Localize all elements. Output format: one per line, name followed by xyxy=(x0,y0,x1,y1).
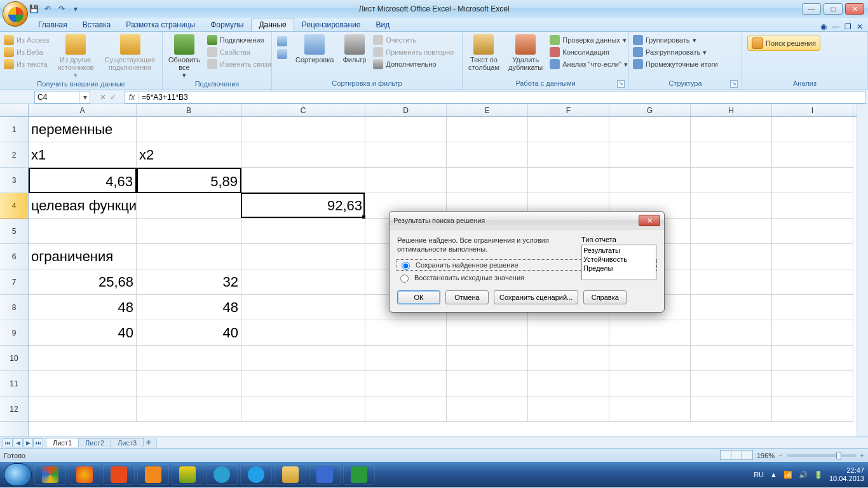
view-buttons[interactable] xyxy=(721,450,753,461)
column-header[interactable]: C xyxy=(241,104,365,116)
cell[interactable]: целевая функция xyxy=(29,193,137,219)
consolidate-button[interactable]: Консолидация xyxy=(548,46,629,58)
name-box[interactable]: C4 ▾ xyxy=(34,91,90,104)
cell[interactable] xyxy=(691,142,772,168)
properties-button[interactable]: Свойства xyxy=(206,46,273,58)
cell[interactable] xyxy=(241,117,365,142)
cell[interactable] xyxy=(609,142,691,168)
row-header[interactable]: 1 xyxy=(0,117,28,142)
from-web-button[interactable]: Из Веба xyxy=(3,46,50,58)
sheet-tab[interactable]: Лист3 xyxy=(111,438,144,447)
cell[interactable] xyxy=(137,396,241,422)
cell[interactable] xyxy=(29,396,137,422)
cell[interactable] xyxy=(691,346,772,371)
solver-button[interactable]: Поиск решения xyxy=(747,36,820,51)
cell[interactable] xyxy=(29,346,137,371)
cell[interactable] xyxy=(528,142,609,168)
from-other-sources-button[interactable]: Из других источников▾ xyxy=(53,33,98,80)
maximize-button[interactable]: □ xyxy=(824,3,843,15)
cell[interactable] xyxy=(447,396,528,422)
sheet-tab[interactable]: Лист1 xyxy=(46,438,79,447)
cell[interactable]: 48 xyxy=(29,295,137,320)
taskbar-mail[interactable] xyxy=(206,464,238,485)
tray-network-icon[interactable]: 📶 xyxy=(783,471,792,479)
from-access-button[interactable]: Из Access xyxy=(3,34,50,46)
cell[interactable] xyxy=(609,168,691,193)
save-icon[interactable]: 💾 xyxy=(28,3,39,15)
tray-volume-icon[interactable]: 🔊 xyxy=(799,471,808,479)
app-restore-icon[interactable]: ❐ xyxy=(844,22,851,31)
minimize-button[interactable]: — xyxy=(802,3,821,15)
filter-button[interactable]: Фильтр xyxy=(339,33,369,65)
cell[interactable] xyxy=(447,320,528,346)
row-header[interactable]: 8 xyxy=(0,295,28,320)
cell[interactable] xyxy=(772,168,853,193)
cell[interactable] xyxy=(241,396,365,422)
tray-battery-icon[interactable]: 🔋 xyxy=(814,471,823,479)
cell[interactable] xyxy=(447,117,528,142)
cell[interactable]: 32 xyxy=(137,269,241,295)
cell[interactable] xyxy=(447,371,528,396)
row-header[interactable]: 9 xyxy=(0,320,28,346)
row-header[interactable]: 2 xyxy=(0,142,28,168)
help-icon[interactable]: ◉ xyxy=(820,22,827,31)
cell[interactable] xyxy=(241,168,365,193)
ribbon-tab[interactable]: Формулы xyxy=(203,18,251,31)
tray-flag-icon[interactable]: ▲ xyxy=(770,471,777,478)
cell[interactable] xyxy=(241,269,365,295)
cell[interactable] xyxy=(241,371,365,396)
cell[interactable] xyxy=(365,168,447,193)
column-header[interactable]: E xyxy=(447,104,528,116)
cell[interactable] xyxy=(691,371,772,396)
taskbar-app[interactable] xyxy=(103,464,135,485)
cell[interactable] xyxy=(772,142,853,168)
cell[interactable]: 92,63 xyxy=(241,193,365,219)
reapply-filter-button[interactable]: Применить повторно xyxy=(372,46,455,58)
taskbar-word[interactable] xyxy=(309,464,341,485)
cell[interactable] xyxy=(528,320,609,346)
cell[interactable]: x1 xyxy=(29,142,137,168)
tray-lang[interactable]: RU xyxy=(754,471,764,478)
cell[interactable]: 48 xyxy=(137,295,241,320)
dialog-launcher-icon[interactable]: ↘ xyxy=(617,80,625,88)
cell[interactable] xyxy=(609,371,691,396)
report-option[interactable]: Пределы xyxy=(583,264,654,273)
undo-icon[interactable]: ↶ xyxy=(42,3,53,15)
ribbon-tab[interactable]: Разметка страницы xyxy=(118,18,203,31)
cell[interactable] xyxy=(691,219,772,244)
cell[interactable]: 5,89 xyxy=(137,168,241,193)
ribbon-tab[interactable]: Главная xyxy=(31,18,75,31)
column-header[interactable]: B xyxy=(137,104,241,116)
remove-duplicates-button[interactable]: Удалить дубликаты xyxy=(505,33,546,72)
cell[interactable] xyxy=(29,219,137,244)
sheet-nav-last-icon[interactable]: ⏭ xyxy=(33,438,43,447)
cell[interactable] xyxy=(691,193,772,219)
sheet-nav-next-icon[interactable]: ▶ xyxy=(23,438,33,447)
zoom-in-button[interactable]: + xyxy=(860,452,864,459)
cell[interactable] xyxy=(137,244,241,269)
ungroup-rows-button[interactable]: Разгруппировать ▾ xyxy=(632,46,719,58)
connections-button[interactable]: Подключения xyxy=(206,34,273,46)
cell[interactable] xyxy=(365,371,447,396)
text-to-columns-button[interactable]: Текст по столбцам xyxy=(465,33,503,72)
cell[interactable]: x2 xyxy=(137,142,241,168)
redo-icon[interactable]: ↷ xyxy=(56,3,67,15)
from-text-button[interactable]: Из текста xyxy=(3,58,50,70)
cell[interactable] xyxy=(772,320,853,346)
ok-button[interactable]: ОК xyxy=(397,290,440,304)
data-validation-button[interactable]: Проверка данных ▾ xyxy=(548,34,629,46)
cell[interactable] xyxy=(29,371,137,396)
cell[interactable] xyxy=(447,168,528,193)
cell[interactable] xyxy=(691,269,772,295)
zoom-slider[interactable] xyxy=(787,454,857,457)
clear-filter-button[interactable]: Очистить xyxy=(372,34,455,46)
taskbar-explorer[interactable] xyxy=(275,464,306,485)
cancel-button[interactable]: Отмена xyxy=(445,290,489,304)
cell[interactable] xyxy=(609,346,691,371)
cell[interactable] xyxy=(241,346,365,371)
cell[interactable] xyxy=(528,346,609,371)
cell[interactable] xyxy=(609,117,691,142)
advanced-filter-button[interactable]: Дополнительно xyxy=(372,58,455,70)
cell[interactable] xyxy=(691,168,772,193)
existing-connections-button[interactable]: Существующие подключения xyxy=(100,33,159,72)
